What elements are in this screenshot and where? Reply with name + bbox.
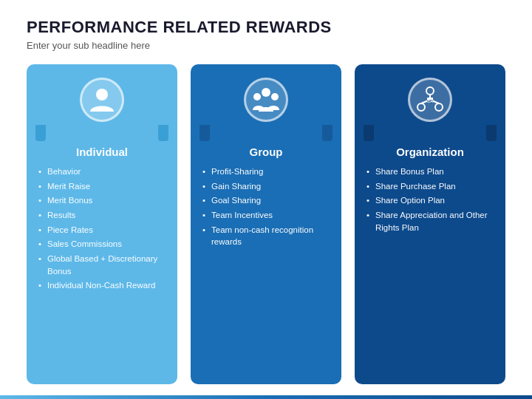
organization-icon-circle: HQ — [408, 78, 452, 122]
svg-text:HQ: HQ — [427, 99, 433, 103]
bottom-gradient-bar — [0, 395, 532, 399]
svg-point-4 — [426, 87, 434, 95]
card-organization: HQ Organization Share Bonus Plan Share P… — [355, 64, 505, 384]
svg-point-1 — [262, 88, 270, 97]
svg-point-3 — [271, 93, 279, 100]
list-item: Profit-Sharing — [202, 166, 330, 178]
list-item: Share Appreciation and Other Rights Plan — [366, 209, 494, 233]
card-group-icon-area — [191, 64, 341, 134]
list-item: Piece Rates — [38, 224, 166, 236]
card-group: Group Profit-Sharing Gain Sharing Goal S… — [191, 64, 341, 384]
card-individual-icon-area — [27, 64, 177, 134]
list-item: Behavior — [38, 166, 166, 178]
page-title: PERFORMANCE RELATED REWARDS — [27, 18, 505, 37]
slide: PERFORMANCE RELATED REWARDS Enter your s… — [0, 0, 532, 399]
list-item: Share Option Plan — [366, 194, 494, 207]
person-icon — [87, 85, 117, 115]
card-organization-header: Organization — [366, 146, 494, 158]
card-individual-header: Individual — [38, 146, 166, 158]
card-individual-body: Individual Behavior Merit Raise Merit Bo… — [27, 134, 177, 384]
list-item: Gain Sharing — [202, 180, 330, 193]
group-icon — [251, 85, 281, 115]
list-item: Share Purchase Plan — [366, 180, 494, 193]
list-item: Sales Commissions — [38, 238, 166, 250]
svg-point-2 — [253, 93, 261, 100]
card-group-header: Group — [202, 146, 330, 158]
list-item: Goal Sharing — [202, 194, 330, 207]
list-item: Merit Raise — [38, 180, 166, 193]
page-subtitle: Enter your sub headline here — [27, 40, 505, 51]
list-item: Merit Bonus — [38, 194, 166, 207]
card-group-body: Group Profit-Sharing Gain Sharing Goal S… — [191, 134, 341, 384]
group-icon-circle — [244, 78, 288, 122]
svg-point-6 — [435, 103, 443, 111]
list-item: Global Based + Discretionary Bonus — [38, 253, 166, 277]
card-organization-list: Share Bonus Plan Share Purchase Plan Sha… — [366, 166, 494, 233]
list-item: Results — [38, 209, 166, 222]
svg-point-0 — [96, 89, 108, 100]
list-item: Team Incentives — [202, 209, 330, 222]
individual-icon-circle — [80, 78, 124, 122]
list-item: Share Bonus Plan — [366, 166, 494, 178]
card-individual: Individual Behavior Merit Raise Merit Bo… — [27, 64, 177, 384]
card-group-list: Profit-Sharing Gain Sharing Goal Sharing… — [202, 166, 330, 248]
card-organization-body: Organization Share Bonus Plan Share Purc… — [355, 134, 505, 384]
card-organization-icon-area: HQ — [355, 64, 505, 134]
svg-point-5 — [417, 103, 425, 111]
card-individual-list: Behavior Merit Raise Merit Bonus Results… — [38, 166, 166, 292]
list-item: Individual Non-Cash Reward — [38, 279, 166, 292]
org-icon: HQ — [415, 85, 445, 115]
list-item: Team non-cash recognition rewards — [202, 224, 330, 248]
cards-container: Individual Behavior Merit Raise Merit Bo… — [27, 64, 505, 384]
